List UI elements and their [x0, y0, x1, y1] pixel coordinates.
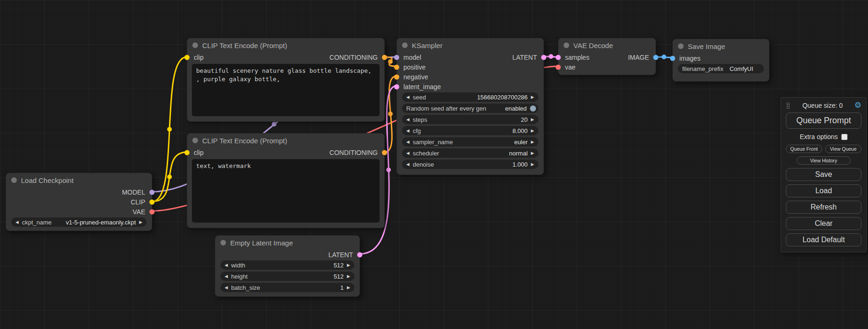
arrow-left-icon[interactable]: ◀	[406, 151, 409, 155]
slot-row: clip CONDITIONING	[187, 147, 384, 157]
node-title-bar[interactable]: CLIP Text Encode (Prompt)	[187, 38, 384, 52]
widget-steps[interactable]: ◀ steps 20 ▶	[402, 115, 538, 124]
input-slot-model[interactable]	[394, 55, 399, 60]
widget-label: width	[231, 262, 245, 269]
input-slot-positive[interactable]	[394, 64, 399, 70]
widget-value: enabled	[505, 105, 527, 112]
output-slot-conditioning[interactable]	[382, 55, 387, 60]
output-slot-conditioning[interactable]	[382, 150, 387, 155]
arrow-left-icon[interactable]: ◀	[406, 118, 409, 122]
arrow-right-icon[interactable]: ▶	[347, 263, 350, 267]
arrow-left-icon[interactable]: ◀	[406, 95, 409, 99]
arrow-right-icon[interactable]: ▶	[531, 162, 534, 167]
arrow-left-icon[interactable]: ◀	[225, 286, 228, 290]
widget-value: 1	[340, 284, 344, 291]
arrow-left-icon[interactable]: ◀	[225, 263, 228, 267]
collapse-dot-icon[interactable]	[11, 177, 17, 183]
node-empty-latent-image[interactable]: Empty Latent Image LATENT ◀ width 512 ▶ …	[215, 235, 360, 297]
input-slot-images[interactable]	[670, 56, 675, 61]
collapse-dot-icon[interactable]	[402, 42, 408, 48]
node-save-image[interactable]: Save Image images filename_prefix ComfyU…	[672, 39, 769, 82]
slot-label-model: MODEL	[122, 189, 145, 196]
input-slot-vae[interactable]	[556, 64, 561, 70]
arrow-right-icon[interactable]: ▶	[531, 151, 534, 155]
queue-front-button[interactable]: Queue Front	[786, 145, 822, 153]
input-slot-clip[interactable]	[184, 55, 190, 60]
output-slot-vae[interactable]	[149, 209, 155, 214]
drag-handle-icon[interactable]: ⣿	[786, 102, 791, 109]
input-slot-negative[interactable]	[394, 74, 399, 79]
widget-height[interactable]: ◀ height 512 ▶	[220, 272, 354, 281]
output-slot-latent[interactable]	[541, 55, 546, 60]
queue-prompt-button[interactable]: Queue Prompt	[786, 112, 861, 129]
load-button[interactable]: Load	[786, 184, 861, 197]
input-slot-samples[interactable]	[556, 55, 561, 60]
arrow-left-icon[interactable]: ◀	[406, 140, 409, 144]
arrow-left-icon[interactable]: ◀	[406, 129, 409, 133]
slot-row: samples IMAGE	[558, 52, 656, 62]
widget-random-seed[interactable]: Random seed after every gen enabled	[402, 104, 538, 113]
slot-label-clip: clip	[194, 149, 204, 156]
view-queue-button[interactable]: View Queue	[825, 145, 861, 153]
widget-ckpt-name[interactable]: ◀ ckpt_name v1-5-pruned-emaonly.ckpt ▶	[11, 217, 147, 227]
widget-batch-size[interactable]: ◀ batch_size 1 ▶	[220, 283, 354, 292]
node-clip-text-encode-positive[interactable]: CLIP Text Encode (Prompt) clip CONDITION…	[187, 38, 385, 122]
node-title-bar[interactable]: Load Checkpoint	[6, 173, 152, 187]
arrow-right-icon[interactable]: ▶	[139, 220, 142, 224]
arrow-left-icon[interactable]: ◀	[225, 274, 228, 279]
arrow-right-icon[interactable]: ▶	[531, 140, 534, 144]
slot-label-clip: clip	[194, 54, 204, 61]
slot-label-latent: LATENT	[328, 251, 353, 259]
arrow-right-icon[interactable]: ▶	[531, 118, 534, 122]
widget-denoise[interactable]: ◀ denoise 1.000 ▶	[402, 160, 538, 169]
arrow-right-icon[interactable]: ▶	[347, 274, 350, 279]
node-title-bar[interactable]: Empty Latent Image	[215, 236, 360, 250]
arrow-right-icon[interactable]: ▶	[531, 95, 534, 99]
arrow-right-icon[interactable]: ▶	[347, 286, 350, 290]
clear-button[interactable]: Clear	[786, 217, 861, 230]
output-slot-image[interactable]	[653, 55, 658, 60]
widget-value: ComfyUI	[729, 65, 753, 72]
widget-sampler-name[interactable]: ◀ sampler_name euler ▶	[402, 137, 538, 147]
widget-filename-prefix[interactable]: filename_prefix ComfyUI	[678, 64, 764, 73]
slot-label-images: images	[679, 55, 700, 62]
refresh-button[interactable]: Refresh	[786, 201, 861, 214]
node-title-bar[interactable]: VAE Decode	[558, 38, 656, 52]
node-title-bar[interactable]: KSampler	[397, 38, 543, 52]
arrow-left-icon[interactable]: ◀	[406, 162, 409, 167]
node-title: Load Checkpoint	[21, 176, 74, 184]
widget-seed[interactable]: ◀ seed 156680208700286 ▶	[402, 92, 538, 102]
arrow-right-icon[interactable]: ▶	[531, 129, 534, 133]
save-button[interactable]: Save	[786, 168, 861, 181]
extra-options-checkbox[interactable]	[841, 134, 847, 140]
slot-row: VAE	[6, 207, 152, 217]
output-slot-clip[interactable]	[149, 199, 155, 204]
toggle-dot[interactable]	[530, 105, 536, 112]
node-vae-decode[interactable]: VAE Decode samples IMAGE vae	[558, 38, 656, 75]
widget-scheduler[interactable]: ◀ scheduler normal ▶	[402, 148, 538, 158]
slot-row: negative	[397, 72, 543, 82]
settings-gear-icon[interactable]: ⚙	[854, 101, 861, 109]
node-title-bar[interactable]: Save Image	[673, 39, 769, 53]
collapse-dot-icon[interactable]	[678, 43, 684, 49]
collapse-dot-icon[interactable]	[564, 42, 569, 48]
arrow-left-icon[interactable]: ◀	[15, 220, 19, 224]
input-slot-clip[interactable]	[184, 150, 190, 155]
output-slot-latent[interactable]	[357, 252, 362, 257]
load-default-button[interactable]: Load Default	[786, 233, 861, 246]
output-slot-model[interactable]	[149, 189, 155, 195]
collapse-dot-icon[interactable]	[192, 42, 198, 48]
node-clip-text-encode-negative[interactable]: CLIP Text Encode (Prompt) clip CONDITION…	[187, 133, 385, 228]
link-midpoint-dot	[272, 122, 276, 126]
collapse-dot-icon[interactable]	[192, 138, 198, 143]
node-title-bar[interactable]: CLIP Text Encode (Prompt)	[187, 133, 384, 147]
widget-width[interactable]: ◀ width 512 ▶	[220, 260, 354, 270]
node-load-checkpoint[interactable]: Load Checkpoint MODEL CLIP VAE ◀ ckpt_na…	[6, 173, 152, 231]
prompt-textarea[interactable]: text, watermark	[192, 159, 380, 223]
node-ksampler[interactable]: KSampler model LATENT positive negative …	[396, 38, 544, 175]
input-slot-latent-image[interactable]	[394, 84, 399, 89]
widget-cfg[interactable]: ◀ cfg 8.000 ▶	[402, 126, 538, 135]
view-history-button[interactable]: View History	[797, 156, 851, 165]
prompt-textarea[interactable]: beautiful scenery nature glass bottle la…	[192, 64, 380, 116]
collapse-dot-icon[interactable]	[220, 240, 226, 245]
